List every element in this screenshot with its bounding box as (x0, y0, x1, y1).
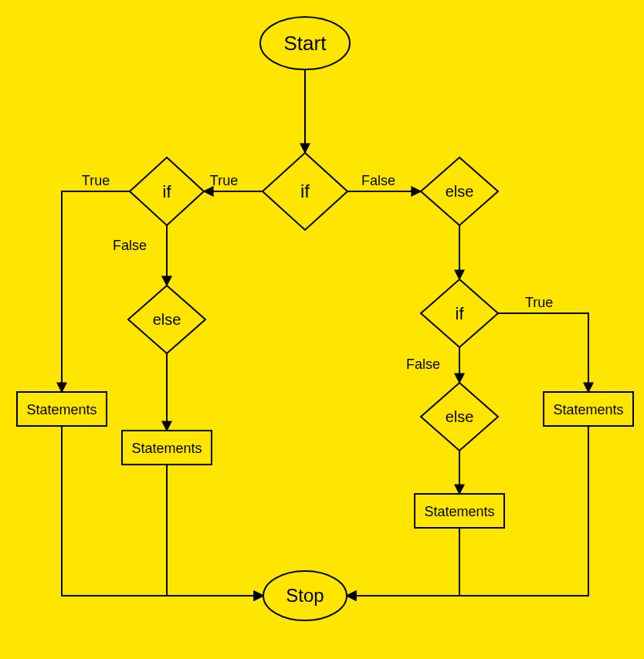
edge-stmt-left-to-stop (167, 465, 263, 596)
statements-right-label: Statements (424, 504, 494, 519)
if-left-node: if (130, 157, 204, 225)
edge-stmt-right-to-stop (347, 528, 459, 596)
statements-far-left-node: Statements (17, 392, 107, 426)
label-iftop-false: False (361, 173, 395, 188)
else-right2-label: else (446, 408, 474, 425)
start-node: Start (260, 17, 350, 69)
statements-left-node: Statements (122, 431, 212, 465)
if-top-label: if (300, 181, 310, 201)
statements-far-left-label: Statements (26, 402, 97, 417)
edge-ifleft-true (62, 191, 130, 392)
label-ifright2-true: True (525, 295, 553, 310)
if-right2-node: if (421, 279, 498, 347)
label-ifleft-false: False (113, 238, 147, 253)
label-ifright2-false: False (406, 357, 440, 372)
stop-node: Stop (263, 571, 347, 620)
else-right-node: else (421, 157, 498, 225)
else-left-node: else (128, 286, 205, 353)
flowchart-svg: Start if if else else if else Statements… (0, 0, 644, 659)
if-top-node: if (263, 153, 347, 230)
statements-right-node: Statements (415, 494, 504, 528)
statements-left-label: Statements (131, 441, 202, 456)
statements-far-right-label: Statements (553, 402, 623, 417)
if-right2-label: if (456, 304, 465, 323)
if-left-label: if (163, 182, 172, 201)
statements-far-right-node: Statements (544, 392, 633, 426)
stop-label: Stop (286, 585, 324, 606)
edge-ifright2-true (498, 313, 588, 392)
start-label: Start (284, 32, 327, 55)
label-iftop-true: True (210, 173, 238, 188)
else-left-label: else (153, 311, 181, 328)
label-ifleft-true: True (82, 173, 110, 188)
else-right-label: else (446, 183, 474, 200)
else-right2-node: else (421, 383, 498, 451)
